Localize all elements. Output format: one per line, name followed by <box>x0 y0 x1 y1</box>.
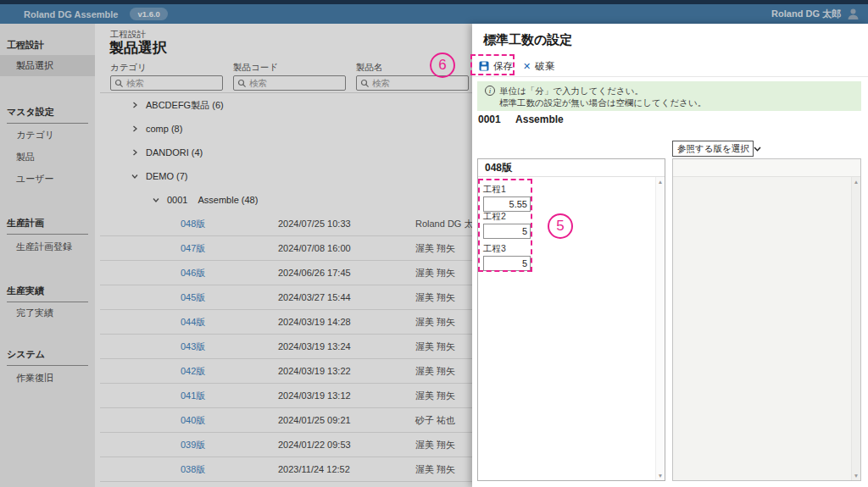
process-field-label: 工程2 <box>483 211 531 223</box>
process-field: 工程1 <box>483 184 531 212</box>
product-heading: 0001 Assemble <box>478 113 564 125</box>
reference-panel-header <box>673 159 860 177</box>
save-icon <box>479 61 489 71</box>
scroll-down-icon[interactable]: ▼ <box>852 473 860 479</box>
scroll-up-icon[interactable]: ▲ <box>656 179 665 185</box>
process-field: 工程3 <box>483 243 531 271</box>
product-code: 0001 <box>478 113 501 125</box>
info-banner: i 単位は「分」で入力してください。 標準工数の設定が無い場合は空欄にしてくださ… <box>477 81 861 111</box>
reference-version-panel: ▲ ▼ <box>672 158 861 481</box>
drawer-toolbar: 保存 ✕ 破棄 <box>472 56 868 77</box>
scrollbar[interactable]: ▲ ▼ <box>655 177 665 480</box>
process-minutes-input[interactable] <box>483 224 531 239</box>
info-icon: i <box>485 86 495 96</box>
chevron-down-icon <box>754 147 761 152</box>
reference-version-select[interactable]: 参照する版を選択 <box>672 141 754 157</box>
scrollbar[interactable]: ▲ ▼ <box>851 177 860 480</box>
process-minutes-input[interactable] <box>483 196 531 212</box>
banner-line-2: 標準工数の設定が無い場合は空欄にしてください。 <box>499 97 706 108</box>
app-root: Roland DG Assemble v1.6.0 Roland DG 太郎 工… <box>0 0 868 487</box>
discard-button[interactable]: ✕ 破棄 <box>523 56 554 76</box>
drawer-title: 標準工数の設定 <box>483 32 572 48</box>
standard-time-drawer: 標準工数の設定 保存 ✕ 破棄 i 単位は「分」で入力してください。 標準工数の… <box>472 24 868 487</box>
edition-title: 048版 <box>478 159 665 177</box>
product-name: Assemble <box>515 113 564 125</box>
reference-version-select-label: 参照する版を選択 <box>677 143 749 155</box>
edition-edit-panel: 048版 工程1 工程2 工程3 ▲ ▼ <box>477 158 665 481</box>
save-button-label: 保存 <box>493 60 513 73</box>
scroll-up-icon[interactable]: ▲ <box>852 179 860 185</box>
process-minutes-input[interactable] <box>483 256 531 271</box>
banner-line-1: 単位は「分」で入力してください。 <box>499 85 643 97</box>
process-field-label: 工程1 <box>483 184 531 196</box>
process-field: 工程2 <box>483 211 531 239</box>
discard-button-label: 破棄 <box>535 60 554 73</box>
scroll-down-icon[interactable]: ▼ <box>656 473 665 479</box>
process-field-label: 工程3 <box>483 243 531 255</box>
close-icon: ✕ <box>523 61 531 72</box>
save-button[interactable]: 保存 <box>479 56 513 76</box>
